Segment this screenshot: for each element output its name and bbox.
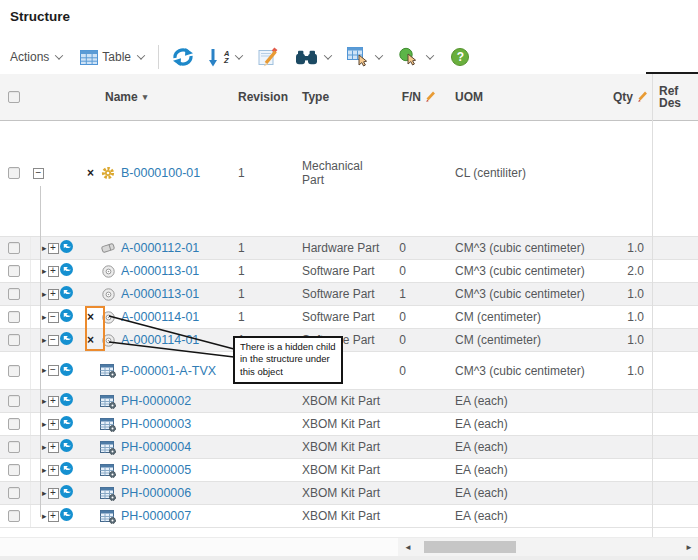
actions-menu-button[interactable]: Actions — [10, 50, 62, 64]
edit-column-pencil-icon[interactable] — [425, 90, 436, 105]
shared-item-icon — [60, 263, 73, 279]
column-header-refdes: RefDes — [652, 74, 698, 120]
refdes-cell — [652, 329, 698, 351]
type-cell: XBOM Kit Part — [296, 413, 386, 435]
row-checkbox[interactable] — [8, 395, 20, 407]
part-name-link[interactable]: A-0000113-01 — [121, 264, 199, 278]
row-expander[interactable]: ▸ − — [31, 306, 59, 328]
xbom-part-icon — [100, 440, 116, 455]
part-name-link[interactable]: PH-0000006 — [121, 486, 191, 500]
software-part-icon — [100, 311, 116, 324]
scroll-right-arrow[interactable]: ► — [685, 538, 693, 556]
row-checkbox[interactable] — [8, 510, 20, 522]
row-checkbox[interactable] — [8, 334, 20, 346]
part-name-link[interactable]: PH-0000002 — [121, 394, 191, 408]
row-checkbox[interactable] — [8, 167, 20, 179]
fn-cell — [386, 436, 406, 458]
row-expander[interactable]: − — [31, 160, 59, 186]
part-name-link[interactable]: PH-0000004 — [121, 440, 191, 454]
row-expander[interactable]: ▸ + — [31, 237, 59, 259]
part-name-link[interactable]: PH-0000003 — [121, 417, 191, 431]
row-checkbox[interactable] — [8, 464, 20, 476]
row-checkbox[interactable] — [8, 418, 20, 430]
actions-label: Actions — [10, 50, 49, 64]
collect-icon — [398, 47, 420, 67]
row-expander[interactable]: ▸ + — [31, 390, 59, 412]
qty-cell — [600, 390, 652, 412]
part-name-link[interactable]: A-0000114-01 — [121, 310, 199, 324]
type-cell: XBOM Kit Part — [296, 436, 386, 458]
table-row: ▸ + PH-0000006 XBOM Kit Part EA (each) — [0, 482, 698, 505]
expander-box-icon: + — [48, 488, 59, 499]
qty-cell — [600, 459, 652, 481]
fn-cell: 0 — [386, 237, 406, 259]
row-expander[interactable]: ▸ + — [31, 283, 59, 305]
row-expander[interactable]: ▸ + — [31, 260, 59, 282]
part-name-link[interactable]: A-0000113-01 — [121, 287, 199, 301]
row-expander[interactable]: ▸ − — [31, 329, 59, 351]
table-menu-button[interactable]: Table — [80, 50, 144, 65]
column-header-uom: UOM — [436, 74, 600, 120]
part-name-link[interactable]: PH-0000007 — [121, 509, 191, 523]
help-icon: ? — [451, 48, 469, 66]
fn-cell: 1 — [386, 283, 406, 305]
annotation-tooltip: There is a hidden child in the structure… — [233, 336, 343, 384]
expand-arrow-icon: ▸ — [42, 466, 47, 475]
type-cell: XBOM Kit Part — [296, 459, 386, 481]
shared-item-icon — [60, 363, 73, 379]
row-checkbox[interactable] — [8, 288, 20, 300]
column-header-name[interactable]: Name ▾ — [100, 74, 232, 120]
refresh-button[interactable] — [171, 47, 195, 67]
select-all-checkbox[interactable] — [8, 91, 20, 103]
chevron-down-icon — [375, 51, 383, 59]
fn-cell — [386, 390, 406, 412]
select-in-table-button[interactable] — [347, 47, 382, 67]
part-name-link[interactable]: B-0000100-01 — [121, 166, 200, 180]
revision-cell — [232, 482, 296, 504]
expander-box-icon: + — [48, 289, 59, 300]
edit-button[interactable] — [258, 47, 279, 67]
row-checkbox[interactable] — [8, 487, 20, 499]
row-checkbox[interactable] — [8, 242, 20, 254]
row-expander[interactable]: ▸ + — [31, 413, 59, 435]
shared-item-icon — [60, 393, 73, 409]
type-cell: Mechanical Part — [296, 160, 386, 186]
row-expander[interactable]: ▸ + — [31, 436, 59, 458]
software-part-icon — [100, 288, 116, 301]
qty-cell — [600, 436, 652, 458]
scroll-left-arrow[interactable]: ◄ — [404, 538, 412, 556]
part-name-link[interactable]: A-0000114-01 — [121, 333, 199, 347]
expander-box-icon: + — [48, 465, 59, 476]
uom-cell: EA (each) — [406, 482, 600, 504]
row-checkbox[interactable] — [8, 265, 20, 277]
row-checkbox[interactable] — [8, 365, 20, 377]
expand-arrow-icon: ▸ — [42, 420, 47, 429]
column-header-type: Type — [296, 74, 386, 120]
find-button[interactable] — [295, 50, 331, 65]
xbom-part-icon — [100, 463, 116, 478]
uom-cell: CM^3 (cubic centimeter) — [406, 283, 600, 305]
refdes-cell — [652, 505, 698, 527]
row-checkbox[interactable] — [8, 441, 20, 453]
part-name-link[interactable]: A-0000112-01 — [121, 241, 199, 255]
edit-column-pencil-icon[interactable] — [637, 90, 648, 105]
table-row: ▸ − × A-0000114-01 1 Software Part 0 CM … — [0, 329, 698, 352]
part-name-link[interactable]: PH-0000005 — [121, 463, 191, 477]
scrollbar-thumb[interactable] — [424, 541, 516, 553]
row-expander[interactable]: ▸ + — [31, 459, 59, 481]
sort-button[interactable]: AZ — [209, 48, 242, 67]
edit-icon — [258, 47, 279, 67]
help-button[interactable]: ? — [451, 48, 469, 66]
row-expander[interactable]: ▸ + — [31, 482, 59, 504]
scrollbar-track[interactable]: ◄ ► — [398, 538, 698, 556]
qty-cell — [600, 160, 652, 186]
expand-arrow-icon: ▸ — [42, 443, 47, 452]
row-expander[interactable]: ▸ + — [31, 505, 59, 527]
fn-cell: 0 — [386, 352, 406, 389]
row-expander[interactable]: ▸ − — [31, 352, 59, 389]
collect-button[interactable] — [398, 47, 433, 67]
row-checkbox[interactable] — [8, 311, 20, 323]
table-row: ▸ + A-0000113-01 1 Software Part 1 CM^3 … — [0, 283, 698, 306]
chevron-down-icon — [235, 51, 243, 59]
part-name-link[interactable]: P-000001-A-TVX — [121, 364, 216, 378]
